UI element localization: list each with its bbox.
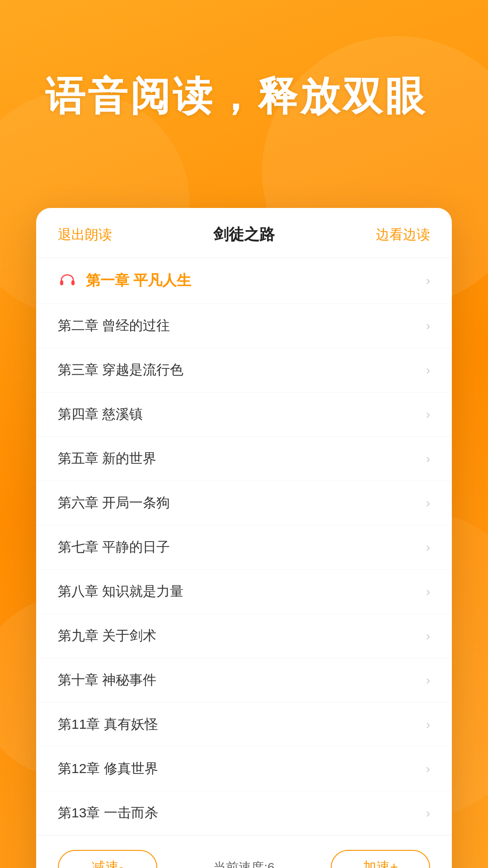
audio-reader-modal: 退出朗读 剑徒之路 边看边读 第一章 平凡人生 › 第二章 曾经的过往 › <box>36 208 452 868</box>
chapter-item[interactable]: 第13章 一击而杀 › <box>36 791 452 835</box>
svg-rect-0 <box>60 280 63 285</box>
headphone-icon <box>58 271 77 290</box>
chevron-right-icon: › <box>426 407 430 422</box>
chapter-item[interactable]: 第三章 穿越是流行色 › <box>36 348 452 392</box>
chapter-left: 第三章 穿越是流行色 <box>58 361 183 379</box>
chapter-item[interactable]: 第二章 曾经的过往 › <box>36 304 452 348</box>
chapter-left: 第十章 神秘事件 <box>58 671 156 689</box>
chapter-item[interactable]: 第一章 平凡人生 › <box>36 258 452 304</box>
chapter-item[interactable]: 第11章 真有妖怪 › <box>36 703 452 747</box>
speed-control-row: 减速- 当前速度:6 加速+ <box>58 850 430 868</box>
chapter-left: 第一章 平凡人生 <box>58 271 191 291</box>
chapter-list: 第一章 平凡人生 › 第二章 曾经的过往 › 第三章 穿越是流行色 › 第四章 … <box>36 258 452 835</box>
chapter-item[interactable]: 第五章 新的世界 › <box>36 437 452 481</box>
chapter-left: 第12章 修真世界 <box>58 760 158 778</box>
hero-title: 语音阅读，释放双眼 <box>0 72 488 120</box>
chapter-item[interactable]: 第七章 平静的日子 › <box>36 525 452 570</box>
playback-controls: 减速- 当前速度:6 加速+ 模式: 情感男声 情感女声 萝莉音 关闭 <box>36 835 452 868</box>
chapter-left: 第四章 慈溪镇 <box>58 405 143 424</box>
chapter-item[interactable]: 第八章 知识就是力量 › <box>36 570 452 614</box>
exit-reading-button[interactable]: 退出朗读 <box>58 226 112 244</box>
chevron-right-icon: › <box>426 717 430 732</box>
chapter-name: 第八章 知识就是力量 <box>58 582 183 601</box>
chapter-item[interactable]: 第六章 开局一条狗 › <box>36 481 452 525</box>
chapter-name: 第五章 新的世界 <box>58 449 156 468</box>
chapter-name: 第13章 一击而杀 <box>58 804 158 822</box>
chapter-left: 第八章 知识就是力量 <box>58 582 183 601</box>
chapter-item[interactable]: 第十章 神秘事件 › <box>36 658 452 703</box>
chapter-left: 第二章 曾经的过往 <box>58 316 170 335</box>
book-title: 剑徒之路 <box>213 224 275 245</box>
chevron-right-icon: › <box>426 673 430 688</box>
chapter-left: 第五章 新的世界 <box>58 449 156 468</box>
chapter-name: 第一章 平凡人生 <box>86 271 191 291</box>
chapter-left: 第七章 平静的日子 <box>58 538 170 557</box>
chapter-name: 第三章 穿越是流行色 <box>58 361 183 379</box>
chapter-name: 第二章 曾经的过往 <box>58 316 170 335</box>
chevron-right-icon: › <box>426 540 430 555</box>
chapter-name: 第六章 开局一条狗 <box>58 494 170 512</box>
chapter-item[interactable]: 第12章 修真世界 › <box>36 747 452 791</box>
chapter-name: 第九章 关于剑术 <box>58 627 156 645</box>
chapter-name: 第11章 真有妖怪 <box>58 715 158 734</box>
read-while-listen-button[interactable]: 边看边读 <box>376 226 430 244</box>
current-speed-label: 当前速度:6 <box>213 859 274 868</box>
chapter-name: 第十章 神秘事件 <box>58 671 156 689</box>
chevron-right-icon: › <box>426 496 430 510</box>
svg-rect-1 <box>71 280 75 285</box>
chapter-item[interactable]: 第九章 关于剑术 › <box>36 614 452 658</box>
chapter-left: 第六章 开局一条狗 <box>58 494 170 512</box>
chapter-name: 第四章 慈溪镇 <box>58 405 143 424</box>
chevron-right-icon: › <box>426 319 430 333</box>
chevron-right-icon: › <box>426 585 430 599</box>
chevron-right-icon: › <box>426 629 430 643</box>
modal-header: 退出朗读 剑徒之路 边看边读 <box>36 208 452 258</box>
chapter-name: 第七章 平静的日子 <box>58 538 170 557</box>
chapter-left: 第13章 一击而杀 <box>58 804 158 822</box>
chapter-left: 第九章 关于剑术 <box>58 627 156 645</box>
chapter-item[interactable]: 第四章 慈溪镇 › <box>36 392 452 437</box>
chapter-name: 第12章 修真世界 <box>58 760 158 778</box>
chevron-right-icon: › <box>426 452 430 466</box>
slow-down-button[interactable]: 减速- <box>58 850 157 868</box>
chevron-right-icon: › <box>426 274 430 288</box>
chapter-left: 第11章 真有妖怪 <box>58 715 158 734</box>
chevron-right-icon: › <box>426 363 430 377</box>
chevron-right-icon: › <box>426 806 430 821</box>
speed-up-button[interactable]: 加速+ <box>331 850 430 868</box>
chevron-right-icon: › <box>426 762 430 776</box>
